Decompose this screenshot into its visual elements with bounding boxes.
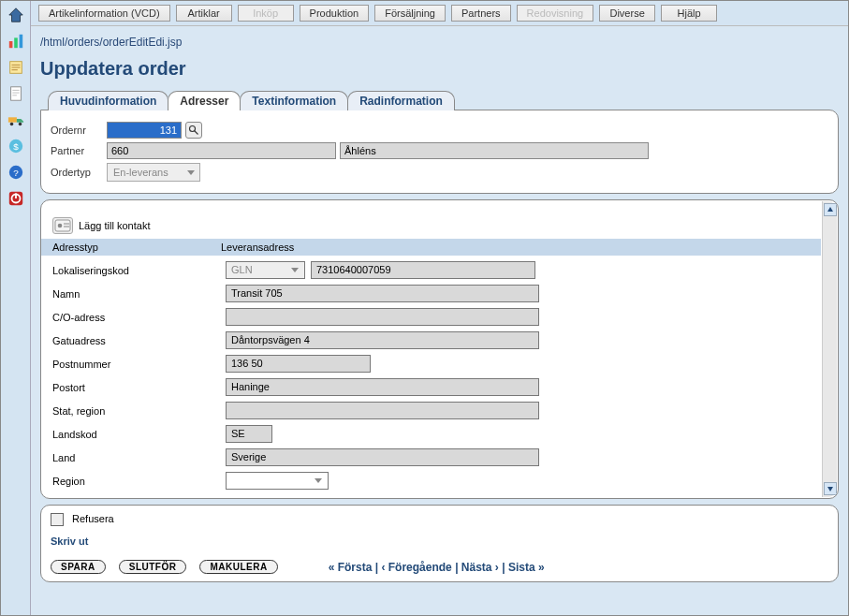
- postort-label: Postort: [52, 382, 226, 393]
- pager-prev[interactable]: ‹ Föregående: [381, 561, 451, 574]
- tab-adresser[interactable]: Adresser: [168, 91, 241, 110]
- tab-textinformation[interactable]: Textinformation: [240, 91, 348, 110]
- gatuadress-label: Gatuadress: [52, 335, 226, 346]
- stat-label: Stat, region: [52, 405, 226, 417]
- svg-rect-4: [10, 87, 21, 100]
- gatuadress-input[interactable]: Dåntorpsvägen 4: [226, 331, 539, 349]
- region-dropdown[interactable]: [226, 472, 329, 490]
- landskod-input[interactable]: SE: [226, 425, 272, 443]
- svg-point-18: [58, 224, 63, 228]
- postort-input[interactable]: Haninge: [226, 378, 539, 396]
- namn-label: Namn: [52, 288, 226, 300]
- page-title: Uppdatera order: [31, 52, 848, 85]
- col-leveransadress: Leveransadress: [221, 242, 294, 253]
- menu-artikelinformation[interactable]: Artikelinformation (VCD): [38, 5, 170, 22]
- breadcrumb-path: /html/orders/orderEditEdi.jsp: [31, 26, 848, 52]
- svg-text:?: ?: [13, 168, 19, 178]
- menu-diverse[interactable]: Diverse: [599, 5, 655, 22]
- partner-name-input: Åhléns: [340, 142, 649, 159]
- scrollbar[interactable]: [822, 201, 837, 497]
- address-scroll-panel: Lägg till kontakt Adresstyp Leveransadre…: [40, 199, 839, 499]
- refusera-label: Refusera: [72, 513, 114, 524]
- menu-inkop: Inköp: [238, 5, 294, 22]
- document-icon[interactable]: [6, 83, 26, 104]
- pager: « Första | ‹ Föregående | Nästa › | Sist…: [329, 561, 545, 574]
- land-input[interactable]: Sverige: [226, 448, 539, 466]
- footer-panel: Refusera Skriv ut SPARA SLUTFÖR MAKULERA…: [40, 505, 839, 582]
- menu-hjalp[interactable]: Hjälp: [661, 5, 717, 22]
- skrivut-link[interactable]: Skriv ut: [51, 535, 88, 547]
- ordertyp-dropdown: En-leverans: [107, 163, 200, 182]
- land-label: Land: [52, 452, 226, 463]
- lokaliseringskod-type-dropdown: GLN: [226, 261, 305, 279]
- svg-point-15: [190, 126, 196, 132]
- slutfor-button[interactable]: SLUTFÖR: [119, 560, 187, 574]
- ordertyp-label: Ordertyp: [51, 167, 103, 178]
- svg-rect-0: [8, 41, 12, 48]
- postnummer-label: Postnummer: [52, 359, 226, 370]
- scroll-up-button[interactable]: [824, 203, 837, 216]
- region-label: Region: [52, 476, 226, 487]
- tab-radinformation[interactable]: Radinformation: [347, 91, 455, 110]
- refusera-checkbox[interactable]: [51, 513, 64, 526]
- address-columns-header: Adresstyp Leveransadress: [41, 239, 821, 256]
- add-contact-label[interactable]: Lägg till kontakt: [79, 220, 150, 231]
- namn-input[interactable]: Transit 705: [226, 285, 539, 302]
- svg-line-16: [195, 131, 198, 135]
- partner-label: Partner: [51, 145, 103, 156]
- scroll-down-button[interactable]: [824, 482, 837, 495]
- svg-rect-5: [7, 117, 16, 122]
- co-input[interactable]: [226, 308, 539, 326]
- co-label: C/O-adress: [52, 312, 226, 323]
- add-contact-icon[interactable]: [52, 217, 73, 234]
- header-form-panel: Ordernr 131 Partner 660 Åhléns Ordertyp …: [40, 110, 839, 194]
- landskod-label: Landskod: [52, 429, 226, 440]
- svg-rect-1: [14, 37, 18, 48]
- lokaliseringskod-input[interactable]: 7310640007059: [311, 261, 535, 279]
- svg-point-6: [9, 123, 13, 126]
- menu-forsaljning[interactable]: Försäljning: [374, 5, 446, 22]
- left-sidebar: $ ?: [1, 1, 31, 615]
- pager-next[interactable]: Nästa ›: [461, 561, 499, 574]
- spara-button[interactable]: SPARA: [51, 560, 106, 574]
- note-icon[interactable]: [6, 57, 26, 78]
- home-icon[interactable]: [6, 5, 26, 25]
- col-adresstyp: Adresstyp: [52, 242, 221, 253]
- money-icon[interactable]: $: [6, 136, 26, 156]
- truck-icon[interactable]: [6, 110, 26, 130]
- menu-artiklar[interactable]: Artiklar: [176, 5, 232, 22]
- chart-icon[interactable]: [6, 31, 26, 51]
- refusera-row: Refusera: [51, 513, 828, 526]
- svg-point-7: [18, 123, 22, 126]
- pager-first[interactable]: « Första: [329, 561, 373, 574]
- menu-redovisning: Redovisning: [517, 5, 594, 22]
- partner-code-input[interactable]: 660: [107, 142, 336, 159]
- power-icon[interactable]: [6, 188, 26, 209]
- ordernr-lookup-button[interactable]: [185, 122, 202, 139]
- stat-input[interactable]: [226, 402, 539, 419]
- postnummer-input[interactable]: 136 50: [226, 355, 371, 373]
- menu-partners[interactable]: Partners: [451, 5, 511, 22]
- ordernr-label: Ordernr: [51, 125, 103, 136]
- lokaliseringskod-label: Lokaliseringskod: [52, 265, 226, 276]
- makulera-button[interactable]: MAKULERA: [199, 560, 277, 574]
- help-icon[interactable]: ?: [6, 162, 26, 183]
- svg-text:$: $: [13, 141, 19, 152]
- svg-rect-2: [19, 35, 22, 48]
- top-menu: Artikelinformation (VCD) Artiklar Inköp …: [31, 1, 848, 26]
- menu-produktion[interactable]: Produktion: [300, 5, 370, 22]
- tab-huvudinformation[interactable]: Huvudinformation: [48, 91, 168, 110]
- svg-rect-17: [55, 220, 70, 231]
- tab-bar: Huvudinformation Adresser Textinformatio…: [48, 91, 839, 110]
- pager-last[interactable]: Sista »: [508, 561, 545, 574]
- ordernr-input[interactable]: 131: [107, 122, 182, 139]
